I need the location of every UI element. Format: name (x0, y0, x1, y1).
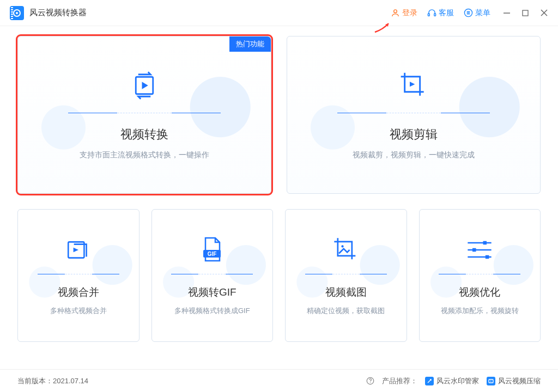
status-bar: 当前版本： 2021.07.14 产品推荐： 风云水印管家 风云视频压缩 (0, 369, 558, 392)
svg-rect-20 (472, 248, 476, 252)
svg-rect-1 (428, 14, 429, 16)
svg-rect-19 (483, 241, 487, 244)
recommend-compress-link[interactable]: 风云视频压缩 (487, 376, 541, 386)
login-button[interactable]: 登录 (391, 8, 417, 18)
close-icon (541, 9, 548, 16)
divider (439, 274, 520, 274)
maximize-button[interactable] (521, 9, 530, 17)
divider (38, 274, 119, 274)
menu-button[interactable]: 菜单 (464, 8, 490, 18)
sliders-icon (465, 236, 494, 264)
crop-icon (398, 70, 429, 101)
svg-point-0 (394, 10, 397, 13)
card-video-optimize[interactable]: 视频优化 视频添加配乐，视频旋转 (419, 209, 541, 342)
version-label: 当前版本： (17, 376, 53, 386)
hot-badge: 热门功能 (229, 36, 271, 52)
card-desc: 视频添加配乐，视频旋转 (441, 306, 519, 316)
app-title: 风云视频转换器 (29, 8, 87, 18)
card-desc: 视频裁剪，视频剪辑，一键快速完成 (353, 150, 475, 160)
recommend-label-text: 风云水印管家 (436, 376, 479, 386)
card-title: 视频优化 (459, 285, 500, 299)
help-icon[interactable] (366, 377, 374, 385)
card-video-merge[interactable]: 视频合并 多种格式视频合并 (17, 209, 140, 342)
svg-text:GIF: GIF (208, 251, 217, 257)
maximize-icon (522, 10, 529, 16)
svg-point-23 (370, 382, 371, 383)
customer-service-button[interactable]: 客服 (427, 8, 454, 18)
svg-point-15 (341, 245, 343, 247)
svg-rect-2 (434, 14, 436, 16)
svg-rect-21 (486, 255, 489, 259)
card-desc: 多种视频格式转换成GIF (174, 306, 250, 316)
card-desc: 多种格式视频合并 (50, 306, 107, 316)
login-label: 登录 (402, 8, 417, 18)
card-title: 视频截图 (325, 285, 367, 299)
watermark-app-icon (425, 377, 434, 385)
card-desc: 支持市面主流视频格式转换，一键操作 (80, 150, 209, 160)
card-video-edit[interactable]: 视频剪辑 视频裁剪，视频剪辑，一键快速完成 (287, 36, 541, 194)
card-video-convert[interactable]: 热门功能 视频转换 支持市面主流视频格式转换，一键操作 (17, 36, 271, 194)
close-button[interactable] (539, 9, 548, 17)
compress-app-icon (487, 377, 495, 385)
window-controls (502, 9, 548, 17)
card-desc: 精确定位视频，获取截图 (307, 306, 385, 316)
screenshot-icon (332, 236, 360, 264)
divider (337, 113, 490, 113)
gif-file-icon: GIF (198, 236, 226, 264)
app-logo-icon (10, 6, 24, 20)
svg-rect-8 (523, 10, 528, 16)
divider (171, 274, 253, 274)
convert-icon (129, 70, 160, 101)
titlebar: 风云视频转换器 登录 客服 菜单 (0, 0, 558, 26)
user-icon (391, 8, 400, 17)
minimize-button[interactable] (502, 9, 511, 17)
headset-icon (427, 8, 436, 17)
card-title: 视频剪辑 (390, 126, 438, 143)
version-value: 2021.07.14 (53, 377, 88, 385)
minimize-icon (503, 9, 511, 17)
card-title: 视频合并 (58, 285, 99, 299)
card-video-screenshot[interactable]: 视频截图 精确定位视频，获取截图 (285, 209, 407, 342)
recommend-label-text: 风云视频压缩 (498, 376, 541, 386)
card-title: 视频转GIF (188, 285, 236, 299)
divider (68, 113, 221, 113)
card-title: 视频转换 (120, 126, 168, 143)
recommend-label: 产品推荐： (382, 376, 417, 386)
menu-label: 菜单 (475, 8, 490, 18)
recommend-watermark-link[interactable]: 风云水印管家 (425, 376, 479, 386)
service-label: 客服 (439, 8, 454, 18)
merge-icon (64, 236, 93, 264)
card-video-to-gif[interactable]: GIF 视频转GIF 多种视频格式转换成GIF (151, 209, 274, 342)
menu-list-icon (464, 8, 473, 17)
divider (305, 274, 387, 274)
main-content: 热门功能 视频转换 支持市面主流视频格式转换，一键操作 (0, 26, 558, 346)
